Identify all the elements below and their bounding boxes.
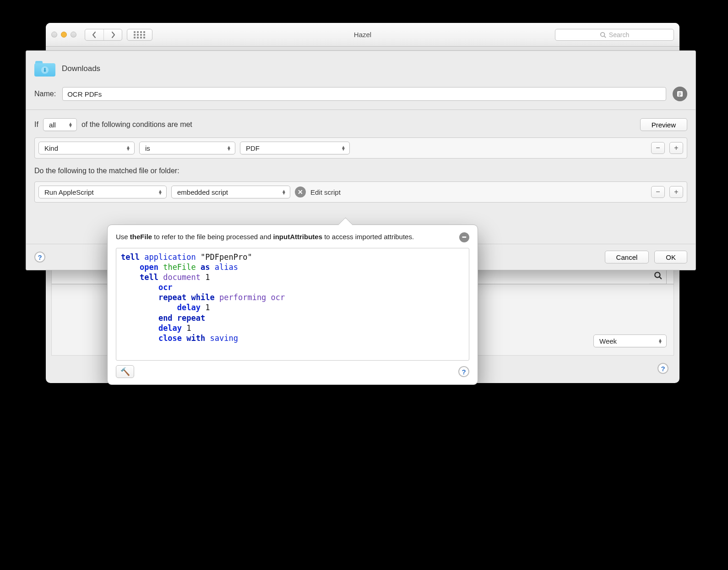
downloads-glyph-icon: ⬇ [41, 66, 49, 74]
bg-interval-label: Week [599, 337, 617, 345]
bg-interval-select[interactable]: Week ▲▼ [593, 334, 667, 347]
cancel-button[interactable]: Cancel [605, 251, 649, 263]
action-source-select[interactable]: embedded script ▲▼ [171, 186, 290, 198]
script-help-button[interactable]: ? [458, 366, 469, 377]
action-type-value: Run AppleScript [44, 188, 94, 196]
search-placeholder: Search [609, 31, 629, 38]
name-field-label: Name: [34, 90, 56, 98]
stepper-icon: ▲▼ [68, 122, 73, 127]
preview-button[interactable]: Preview [640, 118, 687, 131]
condition-value-select[interactable]: PDF ▲▼ [240, 142, 350, 154]
window-close-button[interactable] [51, 32, 57, 38]
condition-attribute-select[interactable]: Kind ▲▼ [38, 142, 135, 154]
collapse-hint-button[interactable]: ━ [459, 232, 469, 242]
svg-point-0 [601, 32, 605, 36]
note-icon [676, 90, 684, 98]
stepper-icon: ▲▼ [158, 190, 163, 194]
edit-script-link[interactable]: Edit script [310, 188, 341, 196]
if-prefix: If [34, 121, 38, 129]
svg-point-2 [655, 272, 660, 277]
stepper-icon: ▲▼ [126, 146, 130, 150]
clear-script-button[interactable]: ✕ [295, 186, 306, 197]
window-zoom-button[interactable] [71, 32, 76, 38]
actions-intro-text: Do the following to the matched file or … [34, 167, 179, 175]
titlebar: Hazel Search [46, 23, 679, 47]
folder-name-label: Downloads [62, 64, 100, 73]
search-icon [600, 32, 606, 38]
sheet-help-button[interactable]: ? [34, 252, 45, 263]
stepper-icon: ▲▼ [282, 190, 286, 194]
script-editor-popover: Use theFile to refer to the file being p… [107, 225, 478, 385]
action-type-select[interactable]: Run AppleScript ▲▼ [38, 186, 167, 198]
minus-icon: ━ [462, 233, 466, 241]
stepper-icon: ▲▼ [341, 146, 346, 150]
show-all-button[interactable] [127, 29, 152, 41]
svg-line-1 [604, 36, 606, 38]
window-minimize-button[interactable] [61, 32, 67, 38]
stepper-icon: ▲▼ [658, 339, 663, 343]
remove-action-button[interactable]: − [651, 186, 665, 198]
grid-icon [134, 31, 146, 38]
add-condition-button[interactable]: + [669, 142, 683, 154]
nav-back-forward [85, 29, 122, 41]
prefs-window: Hazel Search Week ▲▼ ? ⬇ Downloads Name: [46, 23, 679, 383]
rule-notes-button[interactable] [673, 87, 687, 101]
compile-script-button[interactable]: 🔨 [116, 365, 134, 378]
nav-forward-button[interactable] [103, 29, 122, 40]
folder-icon: ⬇ [34, 61, 55, 77]
search-icon [654, 271, 662, 280]
condition-operator-value: is [145, 144, 150, 152]
toolbar-search-field[interactable]: Search [555, 29, 674, 41]
action-row: Run AppleScript ▲▼ embedded script ▲▼ ✕ … [34, 181, 687, 203]
script-hint-text: Use theFile to refer to the file being p… [116, 232, 453, 241]
traffic-lights [51, 32, 76, 38]
hammer-icon: 🔨 [120, 367, 130, 377]
script-code: tell application "PDFpenPro" open theFil… [121, 252, 464, 343]
action-source-value: embedded script [177, 188, 228, 196]
match-scope-select[interactable]: all ▲▼ [43, 118, 77, 131]
conditions-heading: If all ▲▼ of the following conditions ar… [26, 110, 695, 136]
remove-condition-button[interactable]: − [651, 142, 665, 154]
if-suffix: of the following conditions are met [81, 121, 192, 129]
condition-value-value: PDF [246, 144, 260, 152]
condition-attribute-value: Kind [44, 144, 58, 152]
bg-help-button[interactable]: ? [657, 363, 668, 374]
svg-line-3 [659, 277, 662, 279]
add-action-button[interactable]: + [669, 186, 683, 198]
rule-name-input[interactable] [62, 87, 666, 101]
condition-row: Kind ▲▼ is ▲▼ PDF ▲▼ − + [34, 137, 687, 159]
close-icon: ✕ [298, 188, 303, 196]
condition-operator-select[interactable]: is ▲▼ [139, 142, 235, 154]
ok-button[interactable]: OK [654, 251, 687, 263]
match-scope-value: all [49, 121, 56, 129]
script-text-area[interactable]: tell application "PDFpenPro" open theFil… [116, 248, 469, 361]
stepper-icon: ▲▼ [227, 146, 231, 150]
nav-back-button[interactable] [85, 29, 103, 40]
actions-heading: Do the following to the matched file or … [26, 159, 695, 180]
